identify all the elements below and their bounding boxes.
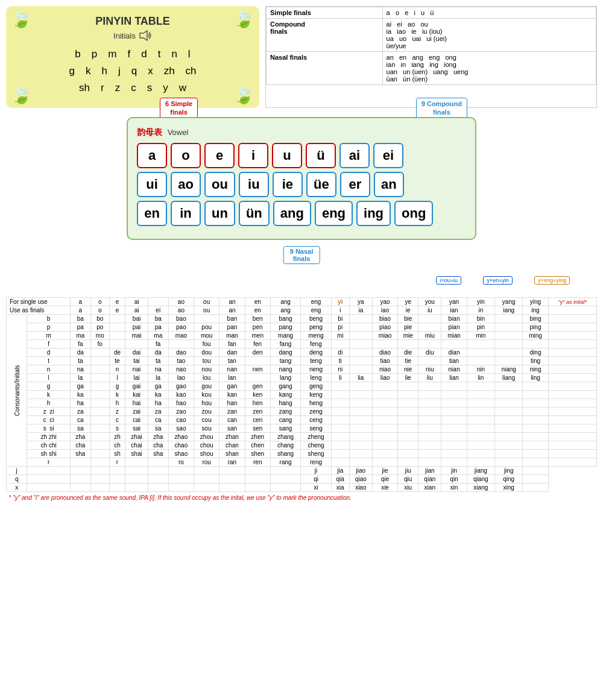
finals-table: Simple finals a o e i u ü Compoundfinals… (266, 7, 596, 85)
vowel-row-1: a o e i u ü ai ei (137, 143, 466, 168)
initial-p: p (27, 323, 70, 332)
consonant-row-x: x xixiaxiaoxiexiuxianxinxiangxing (7, 484, 597, 492)
initial-m: m (27, 332, 70, 340)
consonant-row-s: s si sassaisasaosousansensangseng (7, 424, 597, 433)
initial-l: l (27, 374, 70, 382)
big-table-section: i+ou=iu y+en=yin y+eng=ying For single u… (6, 276, 597, 503)
vowel-eng: eng (315, 201, 353, 226)
vowel-container: 6 Simplefinals 9 Compoundfinals 韵母表 Vowe… (6, 117, 597, 240)
initial-j: j (7, 467, 27, 475)
pinyin-card-subtitle: Initials (18, 30, 247, 41)
vowel-u: u (272, 143, 302, 168)
vowel-er: er (340, 172, 370, 197)
pinyin-card: 🍃 🍃 PINYIN TABLE Initials bpmfdtnl gkhjq… (6, 6, 259, 108)
consonant-row-ch: ch chi chachchaichachaochouchanchenchang… (7, 441, 597, 450)
finals-simple-header: Simple finals (267, 7, 383, 19)
vowel-ing: ing (356, 201, 391, 226)
vowel-un: un (204, 201, 235, 226)
vowel-ei: ei (373, 143, 403, 168)
consonant-row-p: p papopaipapaopoupanpenpangpengpipiaopie… (7, 323, 597, 332)
consonant-row-j: j jijiajiaojiejiujianjinjiangjing (7, 467, 597, 475)
initial-h: h (27, 399, 70, 408)
initial-g: g (27, 382, 70, 391)
vowel-o: o (171, 143, 201, 168)
yin-label: y+en=yin (483, 276, 513, 285)
top-section: 🍃 🍃 PINYIN TABLE Initials bpmfdtnl gkhjq… (6, 6, 597, 108)
pinyin-row-3: shrzcsyw (18, 82, 247, 94)
consonant-row-n: n nannainanaonounannennangnengniniaonien… (7, 365, 597, 374)
vowel-u-umlaut: ü (306, 143, 336, 168)
initial-t: t (27, 357, 70, 365)
initial-sh: sh shi (27, 450, 70, 458)
initial-f: f (27, 340, 70, 348)
vowel-an: an (374, 172, 404, 197)
finals-compound-header: Compoundfinals (267, 19, 383, 52)
consonants-initials-label: Consonants/Initials (7, 315, 27, 467)
initial-b: b (27, 315, 70, 323)
finals-table-wrapper: Simple finals a o e i u ü Compoundfinals… (265, 6, 597, 108)
vowel-ie: ie (273, 172, 303, 197)
svg-marker-0 (140, 31, 147, 40)
note-row: * "y" and "i" are pronounced as the same… (7, 492, 597, 504)
vowel-row-3: en in un ün ang eng ing ong (137, 201, 466, 226)
consonant-row-zh: zh zhi zhazhzhaizhazhaozhouzhanzhenzhang… (7, 433, 597, 441)
vowel-iu: iu (239, 172, 269, 197)
main-table: For single use a o e ai ao ou an en ang … (6, 297, 597, 503)
initial-s: s si (27, 424, 70, 433)
initial-z: z zi (27, 408, 70, 416)
vowel-ou: ou (204, 172, 235, 197)
consonant-row-g: g gaggaigagaogougangenganggeng (7, 382, 597, 391)
leaf-top-right: 🍃 (233, 9, 254, 29)
pinyin-row-2: gkhjqxzhch (18, 65, 247, 77)
finals-nasal-row: Nasal finals an en ang eng ong ian in ia… (267, 52, 596, 85)
initial-r: r (27, 458, 70, 467)
consonant-row-t: t tatetaitataotoutantangtengtitiaotietia… (7, 357, 597, 365)
initial-k: k (27, 391, 70, 399)
vowel-un-umlaut: ün (239, 201, 270, 226)
iou-label: i+ou=iu (436, 276, 461, 285)
vowel-title: 韵母表 Vowel (137, 127, 466, 138)
vowel-ang: ang (273, 201, 311, 226)
initial-n: n (27, 365, 70, 374)
initial-x: x (7, 484, 27, 492)
initial-ch: ch chi (27, 441, 70, 450)
vowel-in: in (171, 201, 201, 226)
consonant-row-z: z zi zazzaizazaozouzanzenzangzeng (7, 408, 597, 416)
vowel-a: a (137, 143, 167, 168)
finals-compound-row: Compoundfinals ai ei ao ou ia iao ie iu … (267, 19, 596, 52)
leaf-top-left: 🍃 (11, 9, 32, 29)
speaker-icon (139, 30, 152, 41)
use-as-finals-row: Use as finals a o e ai ei ao ou an en an… (7, 306, 597, 315)
consonant-row-d: d dadedaidadaodoudandendangdengdidiaodie… (7, 348, 597, 357)
initial-d: d (27, 348, 70, 357)
consonant-row-l: l lallailalaoloulanlanglenglilialiaoliel… (7, 374, 597, 382)
use-as-finals-label: Use as finals (7, 306, 71, 315)
finals-simple-row: Simple finals a o e i u ü (267, 7, 596, 19)
note-text: * "y" and "i" are pronounced as the same… (7, 492, 597, 504)
consonant-row-h: h hahhaihahaohouhanhenhangheng (7, 399, 597, 408)
consonant-row-sh: sh shi shashshaishashaoshoushanshenshang… (7, 450, 597, 458)
finals-nasal-content: an en ang eng ong ian in iang ing iong u… (382, 52, 596, 85)
vowel-ai: ai (339, 143, 370, 168)
consonant-row-c: c ci caccaicacaocoucancencangceng (7, 416, 597, 424)
vowel-ue: üe (306, 172, 336, 197)
vowel-row-2: ui ao ou iu ie üe er an (137, 172, 466, 197)
vowel-en: en (137, 201, 167, 226)
consonant-row-m: m mamomaimamaomoumanmenmangmengmimiaomie… (7, 332, 597, 340)
consonant-row-r: r rrorouranrenrangreng (7, 458, 597, 467)
vowel-ui: ui (137, 172, 167, 197)
pinyin-card-title: PINYIN TABLE (18, 15, 247, 28)
arrow-labels-row: i+ou=iu y+en=yin y+eng=ying (6, 276, 597, 297)
consonant-row-q: q qiqiaqiaoqieqiuqianqinqiangqing (7, 475, 597, 484)
finals-compound-content: ai ei ao ou ia iao ie iu (iou) ua uo uai… (382, 19, 596, 52)
vowel-box: 韵母表 Vowel a o e i u ü ai ei ui ao ou iu … (127, 117, 476, 240)
pinyin-row-1: bpmfdtnl (18, 48, 247, 60)
nasal-finals-label: 9 Nasalfinals (283, 246, 320, 264)
vowel-ao: ao (171, 172, 201, 197)
finals-simple-content: a o e i u ü (382, 7, 596, 19)
vowel-i: i (238, 143, 268, 168)
leaf-bottom-left: 🍃 (11, 85, 32, 105)
initial-c: c ci (27, 416, 70, 424)
finals-nasal-header: Nasal finals (267, 52, 383, 85)
ying-label: y+eng=ying (534, 276, 570, 285)
